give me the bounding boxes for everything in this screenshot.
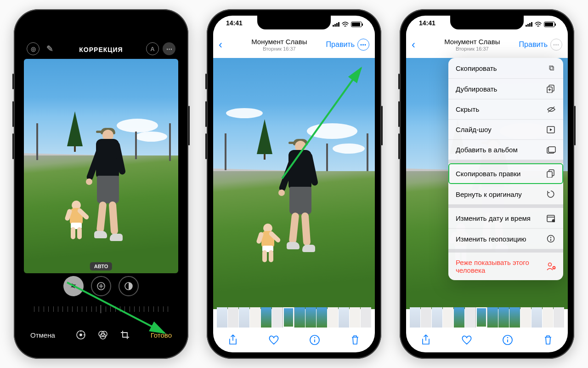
svg-point-33 xyxy=(548,263,552,266)
album-icon xyxy=(547,146,556,154)
thumbnail-strip[interactable] xyxy=(213,307,375,328)
auto-enhance-dial[interactable]: ✦ xyxy=(60,272,87,300)
svg-point-31 xyxy=(550,237,551,238)
menu-feature-less[interactable]: Реже показывать этого человека xyxy=(448,253,563,280)
crop-tab-icon[interactable] xyxy=(120,330,130,340)
svg-point-5 xyxy=(79,334,82,336)
viewer-header: ‹ Монумент Славы Вторник 16:37 Править •… xyxy=(406,31,568,58)
svg-point-17 xyxy=(507,337,509,339)
person-minus-icon xyxy=(547,262,556,270)
menu-copy-edits[interactable]: Скопировать правки xyxy=(448,163,563,184)
photo-subtitle: Вторник 16:37 xyxy=(425,46,519,52)
share-icon[interactable] xyxy=(421,334,431,345)
svg-rect-24 xyxy=(548,147,555,152)
edit-button[interactable]: Править xyxy=(519,40,548,49)
cellular-icon xyxy=(333,22,339,27)
adjust-tab-icon[interactable] xyxy=(76,330,86,340)
trash-icon[interactable] xyxy=(543,334,553,345)
calendar-icon xyxy=(547,214,556,222)
menu-slideshow[interactable]: Слайд-шоу xyxy=(448,120,563,140)
filters-tab-icon[interactable] xyxy=(98,330,108,340)
photo-subtitle: Вторник 16:37 xyxy=(232,46,326,52)
more-button[interactable]: ••• xyxy=(550,39,562,51)
menu-duplicate[interactable]: Дублировать xyxy=(448,79,563,99)
share-icon[interactable] xyxy=(228,334,238,345)
toolbar xyxy=(406,328,568,352)
favorite-icon[interactable] xyxy=(461,334,473,345)
back-button[interactable]: ‹ xyxy=(219,38,232,51)
editor-title: КОРРЕКЦИЯ xyxy=(79,46,123,59)
edit-button[interactable]: Править xyxy=(326,40,355,49)
menu-add-album[interactable]: Добавить в альбом xyxy=(448,140,563,160)
photo-title: Монумент Славы xyxy=(425,38,519,46)
photo-title: Монумент Славы xyxy=(232,38,326,46)
thumbnail-strip[interactable] xyxy=(406,307,568,328)
more-button[interactable]: ••• xyxy=(357,39,369,51)
trash-icon[interactable] xyxy=(350,334,360,345)
status-time: 14:41 xyxy=(419,19,435,29)
viewer-header: ‹ Монумент Славы Вторник 16:37 Править •… xyxy=(213,31,375,58)
svg-point-7 xyxy=(84,334,85,335)
battery-icon xyxy=(351,22,362,27)
duplicate-icon xyxy=(547,85,556,93)
exposure-dial[interactable] xyxy=(91,276,111,296)
done-button[interactable]: Готово xyxy=(151,331,172,339)
cellular-icon xyxy=(526,22,532,27)
photo-view[interactable] xyxy=(213,58,375,309)
menu-revert[interactable]: Вернуть к оригиналу xyxy=(448,184,563,205)
cancel-button[interactable]: Отмена xyxy=(30,331,55,339)
toolbar xyxy=(213,328,375,352)
auto-badge: АВТО xyxy=(90,262,112,270)
menu-hide[interactable]: Скрыть xyxy=(448,99,563,120)
menu-change-date[interactable]: Изменить дату и время xyxy=(448,208,563,229)
info-icon[interactable] xyxy=(309,334,320,345)
hide-icon xyxy=(547,106,556,113)
editor-bottom-bar: Отмена Готово xyxy=(20,317,182,352)
menu-change-location[interactable]: Изменить геопозицию xyxy=(448,229,563,249)
menu-copy[interactable]: Скопировать⧉ xyxy=(448,58,563,79)
copy-icon: ⧉ xyxy=(547,64,556,72)
svg-point-29 xyxy=(552,219,555,223)
svg-rect-26 xyxy=(547,172,552,178)
svg-point-6 xyxy=(80,331,81,332)
phone-viewer-screen: 14:41 ‹ Монумент Славы Вторник 16:37 Пра… xyxy=(207,9,381,359)
brilliance-dial[interactable] xyxy=(119,276,139,296)
phone-menu-screen: 14:41 ‹ Монумент Славы Вторник 16:37 Пра… xyxy=(400,9,574,359)
markup-pen-icon[interactable]: ✎ xyxy=(43,42,56,55)
wifi-icon xyxy=(535,22,542,27)
photo-preview[interactable]: АВТО xyxy=(24,59,178,273)
more-icon[interactable]: ⋯ xyxy=(163,42,175,55)
aspect-icon[interactable]: A xyxy=(146,42,159,55)
revert-icon xyxy=(547,190,556,198)
copy-edits-icon xyxy=(547,169,556,178)
adjust-slider[interactable] xyxy=(34,304,168,315)
battery-icon xyxy=(544,22,555,27)
play-icon xyxy=(547,126,556,133)
favorite-icon[interactable] xyxy=(268,334,280,345)
adjust-dials: ✦ xyxy=(20,276,182,296)
info-icon[interactable] xyxy=(502,334,513,345)
location-icon xyxy=(547,235,556,243)
status-time: 14:41 xyxy=(226,19,243,29)
svg-point-13 xyxy=(314,337,316,339)
phone-edit-screen: ◎ ✎ КОРРЕКЦИЯ A ⋯ АВТО ✦ xyxy=(14,9,188,359)
context-menu: Скопировать⧉ Дублировать Скрыть Слайд-шо… xyxy=(448,58,563,280)
back-button[interactable]: ‹ xyxy=(412,38,425,51)
live-photo-icon[interactable]: ◎ xyxy=(27,42,40,55)
wifi-icon xyxy=(342,22,349,27)
